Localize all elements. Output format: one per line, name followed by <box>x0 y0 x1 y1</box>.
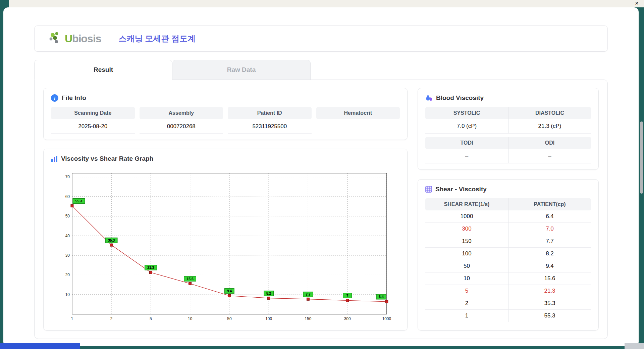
field-value <box>316 119 400 133</box>
shear-viscosity-title: Shear - Viscosity <box>435 186 487 193</box>
viscosity-chart: 102030405060701251050100150300100055.335… <box>51 168 400 324</box>
field-hematocrit: Hematocrit <box>316 107 400 134</box>
svg-text:6.4: 6.4 <box>379 295 384 299</box>
table-row: 2 35.3 <box>425 297 591 310</box>
result-panel: i File Info Scanning Date 2025-08-20 Ass… <box>34 80 608 339</box>
svg-text:70: 70 <box>65 175 70 180</box>
viscosity-chart-area: 102030405060701251050100150300100055.335… <box>51 168 400 324</box>
svg-text:50: 50 <box>227 316 232 321</box>
svg-text:40: 40 <box>65 234 70 238</box>
sv-patient-cell: 35.3 <box>508 297 591 310</box>
svg-text:9.4: 9.4 <box>227 289 232 293</box>
blood-viscosity-title: Blood Viscosity <box>436 94 484 102</box>
bv-odi-value: – <box>508 149 591 163</box>
field-value: 000720268 <box>140 119 223 134</box>
sv-shear-cell: 300 <box>425 223 508 235</box>
svg-text:1: 1 <box>71 316 73 321</box>
sv-header-patient: PATIENT(cp) <box>508 198 591 210</box>
sv-header-shear-rate: SHEAR RATE(1/s) <box>425 198 508 210</box>
close-icon[interactable]: × <box>634 0 640 7</box>
table-row: 150 7.7 <box>425 235 591 248</box>
svg-text:8.2: 8.2 <box>266 292 271 295</box>
sv-shear-cell: 10 <box>425 272 508 285</box>
logo-leaf-icon <box>49 32 63 46</box>
table-row: 1000 6.4 <box>425 210 591 223</box>
info-icon: i <box>51 94 58 102</box>
table-row: 50 9.4 <box>425 260 591 272</box>
ubiosis-logo: Ubiosis <box>49 32 101 46</box>
field-scanning-date: Scanning Date 2025-08-20 <box>51 107 135 134</box>
bar-chart-icon <box>51 156 58 162</box>
sv-patient-cell: 21.3 <box>508 285 591 297</box>
tab-bar: Result Raw Data <box>34 60 608 80</box>
bv-header-odi: ODI <box>508 137 591 149</box>
bv-value-row2: – – <box>425 149 591 163</box>
sv-header-row: SHEAR RATE(1/s) PATIENT(cp) <box>425 198 591 210</box>
svg-text:100: 100 <box>265 316 272 321</box>
viscosity-graph-card: Viscosity vs Shear Rate Graph 1020304050… <box>43 149 408 331</box>
bv-todi-value: – <box>425 149 508 163</box>
sv-patient-cell: 8.2 <box>508 248 591 260</box>
shear-viscosity-card: Shear - Viscosity SHEAR RATE(1/s) PATIEN… <box>418 179 599 331</box>
bv-header-row2: TODI ODI <box>425 137 591 149</box>
bv-systolic-value: 7.0 (cP) <box>425 119 508 134</box>
sv-patient-cell: 6.4 <box>508 210 591 223</box>
svg-text:30: 30 <box>65 253 70 258</box>
shear-viscosity-table: SHEAR RATE(1/s) PATIENT(cp) 1000 6.4 300… <box>425 198 591 322</box>
table-row: 1 55.3 <box>425 310 591 322</box>
table-row: 300 7.0 <box>425 223 591 235</box>
bv-header-todi: TODI <box>425 137 508 149</box>
svg-text:20: 20 <box>65 272 70 277</box>
scrollbar-track <box>639 7 644 346</box>
file-info-fields: Scanning Date 2025-08-20 Assembly 000720… <box>51 107 400 134</box>
svg-text:21.3: 21.3 <box>147 266 154 269</box>
graph-title: Viscosity vs Shear Rate Graph <box>61 155 153 162</box>
svg-text:10: 10 <box>188 316 193 321</box>
bv-header-row: SYSTOLIC DIASTOLIC <box>425 107 591 119</box>
sv-shear-cell: 50 <box>425 260 508 272</box>
bottom-blue-bar <box>0 343 80 349</box>
window-titlebar: × <box>9 0 644 7</box>
field-assembly: Assembly 000720268 <box>140 107 223 134</box>
table-row: 100 8.2 <box>425 248 591 260</box>
blood-viscosity-card: Blood Viscosity SYSTOLIC DIASTOLIC 7.0 (… <box>418 88 599 170</box>
svg-text:5: 5 <box>150 316 152 321</box>
scrollbar-thumb[interactable] <box>640 121 643 194</box>
sv-shear-cell: 100 <box>425 248 508 260</box>
svg-text:10: 10 <box>65 292 70 297</box>
file-info-card: i File Info Scanning Date 2025-08-20 Ass… <box>43 88 408 140</box>
sv-patient-cell: 7.0 <box>508 223 591 235</box>
svg-text:15.6: 15.6 <box>187 277 194 281</box>
svg-text:7: 7 <box>346 294 348 298</box>
svg-text:50: 50 <box>65 214 70 218</box>
bv-value-row: 7.0 (cP) 21.3 (cP) <box>425 119 591 134</box>
page-title: 스캐닝 모세관 점도계 <box>119 33 196 44</box>
sv-shear-cell: 2 <box>425 297 508 310</box>
sv-shear-cell: 1000 <box>425 210 508 223</box>
svg-text:55.3: 55.3 <box>75 199 82 203</box>
logo-initial: U <box>65 33 72 45</box>
table-row: 10 15.6 <box>425 272 591 285</box>
file-info-title: File Info <box>62 94 86 102</box>
sv-patient-cell: 15.6 <box>508 272 591 285</box>
field-patient-id: Patient ID 52311925500 <box>228 107 312 134</box>
tab-result[interactable]: Result <box>34 60 172 80</box>
grid-calculator-icon <box>425 186 432 193</box>
tab-raw-data[interactable]: Raw Data <box>172 60 311 80</box>
sv-shear-cell: 150 <box>425 235 508 248</box>
logo-rest: biosis <box>72 33 101 45</box>
blood-viscosity-table: SYSTOLIC DIASTOLIC 7.0 (cP) 21.3 (cP) TO… <box>425 107 591 163</box>
app-window: Ubiosis 스캐닝 모세관 점도계 Result Raw Data i Fi… <box>3 7 639 346</box>
sv-patient-cell: 7.7 <box>508 235 591 248</box>
sv-rows: 1000 6.4 300 7.0 150 7.7 100 <box>425 210 591 322</box>
svg-text:150: 150 <box>305 316 311 321</box>
sv-patient-cell: 55.3 <box>508 310 591 322</box>
field-label: Assembly <box>140 107 223 119</box>
field-label: Hematocrit <box>316 107 400 119</box>
sv-shear-cell: 5 <box>425 285 508 297</box>
bv-header-diastolic: DIASTOLIC <box>508 107 591 119</box>
field-label: Scanning Date <box>51 107 135 119</box>
bv-header-systolic: SYSTOLIC <box>425 107 508 119</box>
svg-text:35.3: 35.3 <box>108 239 115 242</box>
droplet-icon <box>425 94 433 102</box>
